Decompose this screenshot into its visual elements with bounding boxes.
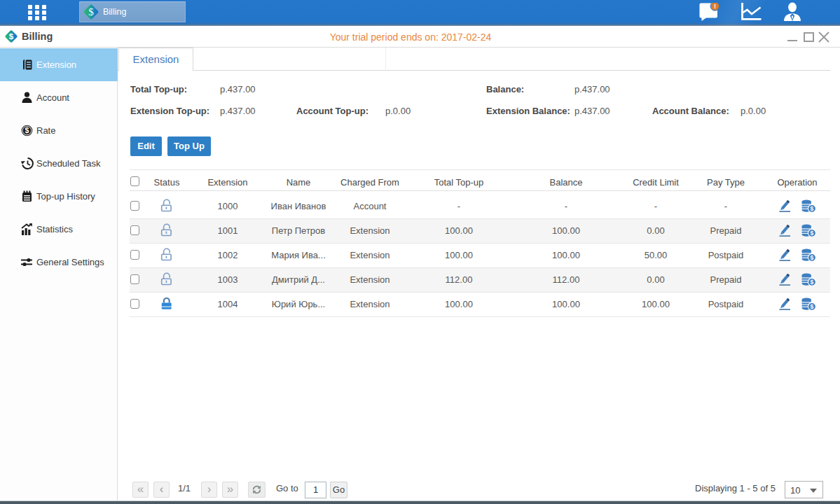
svg-text:$: $	[811, 254, 814, 261]
svg-text:$: $	[88, 6, 94, 18]
svg-text:$: $	[811, 279, 814, 286]
svg-text:$: $	[811, 230, 814, 237]
svg-text:$: $	[811, 303, 814, 310]
svg-text:!: !	[714, 3, 716, 10]
svg-text:$: $	[25, 126, 29, 134]
svg-text:$: $	[811, 205, 814, 212]
